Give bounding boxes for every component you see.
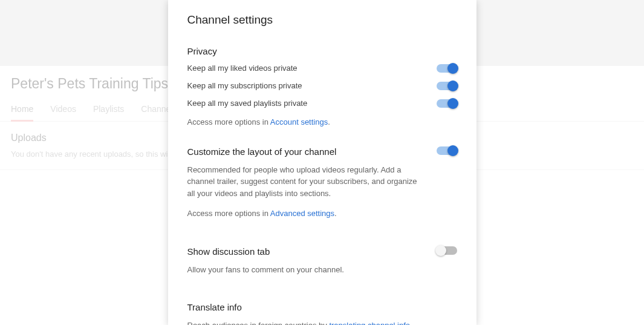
- privacy-more-text: Access more options in Account settings.: [187, 116, 457, 128]
- advanced-settings-link[interactable]: Advanced settings: [270, 209, 334, 218]
- discussion-toggle[interactable]: [437, 246, 457, 255]
- translate-desc-suffix: .: [410, 321, 412, 325]
- privacy-playlists-row: Keep all my saved playlists private: [187, 99, 457, 108]
- discussion-section: Show discussion tab Allow your fans to c…: [187, 246, 457, 284]
- privacy-subs-row: Keep all my subscriptions private: [187, 81, 457, 90]
- privacy-more-suffix: .: [328, 117, 330, 126]
- customize-toggle[interactable]: [437, 146, 457, 155]
- customize-more-suffix: .: [334, 209, 337, 218]
- privacy-subs-toggle[interactable]: [437, 82, 457, 90]
- privacy-liked-row: Keep all my liked videos private: [187, 64, 457, 73]
- privacy-title: Privacy: [187, 46, 457, 56]
- customize-section: Customize the layout of your channel Rec…: [187, 146, 457, 228]
- translate-section: Translate info Reach audiences in foreig…: [187, 302, 457, 325]
- modal-title: Channel settings: [187, 13, 457, 27]
- privacy-playlists-label: Keep all my saved playlists private: [187, 99, 308, 108]
- discussion-title: Show discussion tab: [187, 246, 424, 257]
- translate-title: Translate info: [187, 302, 457, 312]
- discussion-desc: Allow your fans to comment on your chann…: [187, 264, 424, 276]
- privacy-more-prefix: Access more options in: [187, 117, 270, 126]
- privacy-subs-label: Keep all my subscriptions private: [187, 81, 302, 90]
- privacy-section: Privacy Keep all my liked videos private…: [187, 46, 457, 128]
- customize-desc: Recommended for people who upload videos…: [187, 164, 424, 200]
- customize-title: Customize the layout of your channel: [187, 146, 424, 157]
- privacy-playlists-toggle[interactable]: [437, 99, 457, 108]
- translate-channel-link[interactable]: translating channel info: [329, 321, 410, 325]
- translate-desc-prefix: Reach audiences in foreign countries by: [187, 321, 330, 325]
- privacy-liked-toggle[interactable]: [437, 64, 457, 73]
- customize-more-text: Access more options in Advanced settings…: [187, 208, 424, 220]
- translate-desc: Reach audiences in foreign countries by …: [187, 320, 457, 325]
- privacy-liked-label: Keep all my liked videos private: [187, 64, 298, 73]
- customize-more-prefix: Access more options in: [187, 209, 270, 218]
- channel-settings-modal: Channel settings Privacy Keep all my lik…: [168, 0, 476, 325]
- account-settings-link[interactable]: Account settings: [270, 117, 328, 126]
